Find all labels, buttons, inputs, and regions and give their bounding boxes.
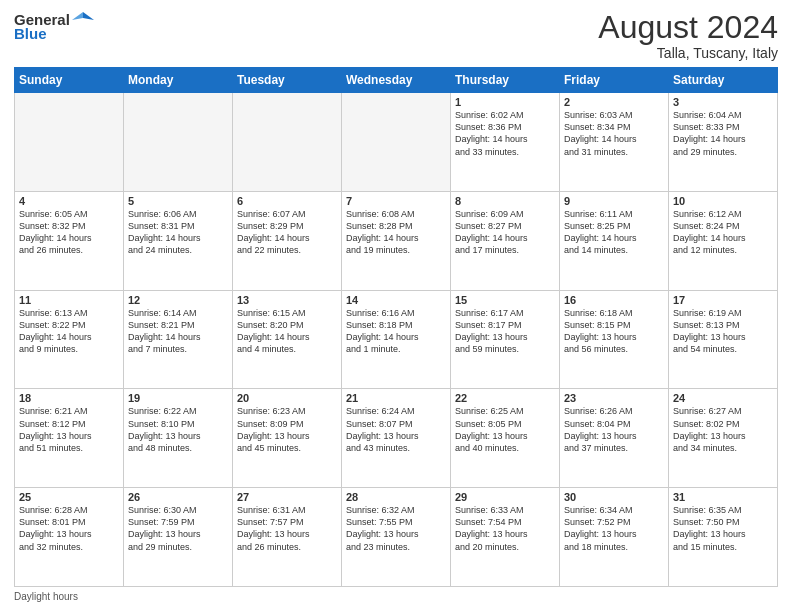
day-number: 11 <box>19 294 119 306</box>
page: General Blue August 2024 Talla, Tuscany,… <box>0 0 792 612</box>
day-number: 18 <box>19 392 119 404</box>
week-row-4: 18Sunrise: 6:21 AM Sunset: 8:12 PM Dayli… <box>15 389 778 488</box>
day-number: 24 <box>673 392 773 404</box>
day-info: Sunrise: 6:27 AM Sunset: 8:02 PM Dayligh… <box>673 405 773 454</box>
day-cell: 14Sunrise: 6:16 AM Sunset: 8:18 PM Dayli… <box>342 290 451 389</box>
day-number: 12 <box>128 294 228 306</box>
day-info: Sunrise: 6:05 AM Sunset: 8:32 PM Dayligh… <box>19 208 119 257</box>
day-cell: 12Sunrise: 6:14 AM Sunset: 8:21 PM Dayli… <box>124 290 233 389</box>
day-number: 20 <box>237 392 337 404</box>
day-number: 8 <box>455 195 555 207</box>
day-cell <box>233 93 342 192</box>
calendar-table: SundayMondayTuesdayWednesdayThursdayFrid… <box>14 67 778 587</box>
day-info: Sunrise: 6:34 AM Sunset: 7:52 PM Dayligh… <box>564 504 664 553</box>
daylight-label: Daylight hours <box>14 591 78 602</box>
day-number: 25 <box>19 491 119 503</box>
day-info: Sunrise: 6:06 AM Sunset: 8:31 PM Dayligh… <box>128 208 228 257</box>
day-number: 17 <box>673 294 773 306</box>
day-info: Sunrise: 6:35 AM Sunset: 7:50 PM Dayligh… <box>673 504 773 553</box>
day-number: 5 <box>128 195 228 207</box>
day-number: 14 <box>346 294 446 306</box>
day-cell: 2Sunrise: 6:03 AM Sunset: 8:34 PM Daylig… <box>560 93 669 192</box>
day-number: 29 <box>455 491 555 503</box>
day-cell: 5Sunrise: 6:06 AM Sunset: 8:31 PM Daylig… <box>124 191 233 290</box>
day-number: 13 <box>237 294 337 306</box>
day-cell: 22Sunrise: 6:25 AM Sunset: 8:05 PM Dayli… <box>451 389 560 488</box>
day-info: Sunrise: 6:18 AM Sunset: 8:15 PM Dayligh… <box>564 307 664 356</box>
day-number: 19 <box>128 392 228 404</box>
day-cell: 23Sunrise: 6:26 AM Sunset: 8:04 PM Dayli… <box>560 389 669 488</box>
day-info: Sunrise: 6:21 AM Sunset: 8:12 PM Dayligh… <box>19 405 119 454</box>
month-year: August 2024 <box>598 10 778 45</box>
day-info: Sunrise: 6:07 AM Sunset: 8:29 PM Dayligh… <box>237 208 337 257</box>
day-info: Sunrise: 6:26 AM Sunset: 8:04 PM Dayligh… <box>564 405 664 454</box>
col-header-tuesday: Tuesday <box>233 68 342 93</box>
day-cell: 27Sunrise: 6:31 AM Sunset: 7:57 PM Dayli… <box>233 488 342 587</box>
day-info: Sunrise: 6:09 AM Sunset: 8:27 PM Dayligh… <box>455 208 555 257</box>
col-header-friday: Friday <box>560 68 669 93</box>
day-cell: 9Sunrise: 6:11 AM Sunset: 8:25 PM Daylig… <box>560 191 669 290</box>
day-info: Sunrise: 6:22 AM Sunset: 8:10 PM Dayligh… <box>128 405 228 454</box>
day-info: Sunrise: 6:12 AM Sunset: 8:24 PM Dayligh… <box>673 208 773 257</box>
col-header-monday: Monday <box>124 68 233 93</box>
day-info: Sunrise: 6:31 AM Sunset: 7:57 PM Dayligh… <box>237 504 337 553</box>
footer-note: Daylight hours <box>14 591 778 602</box>
week-row-3: 11Sunrise: 6:13 AM Sunset: 8:22 PM Dayli… <box>15 290 778 389</box>
day-cell: 13Sunrise: 6:15 AM Sunset: 8:20 PM Dayli… <box>233 290 342 389</box>
day-info: Sunrise: 6:30 AM Sunset: 7:59 PM Dayligh… <box>128 504 228 553</box>
day-number: 31 <box>673 491 773 503</box>
logo: General Blue <box>14 10 94 41</box>
day-number: 23 <box>564 392 664 404</box>
day-number: 15 <box>455 294 555 306</box>
calendar-header-row: SundayMondayTuesdayWednesdayThursdayFrid… <box>15 68 778 93</box>
logo-bird-icon <box>72 10 94 28</box>
day-info: Sunrise: 6:02 AM Sunset: 8:36 PM Dayligh… <box>455 109 555 158</box>
day-info: Sunrise: 6:16 AM Sunset: 8:18 PM Dayligh… <box>346 307 446 356</box>
day-number: 16 <box>564 294 664 306</box>
day-cell: 26Sunrise: 6:30 AM Sunset: 7:59 PM Dayli… <box>124 488 233 587</box>
week-row-2: 4Sunrise: 6:05 AM Sunset: 8:32 PM Daylig… <box>15 191 778 290</box>
col-header-wednesday: Wednesday <box>342 68 451 93</box>
day-info: Sunrise: 6:03 AM Sunset: 8:34 PM Dayligh… <box>564 109 664 158</box>
day-cell <box>124 93 233 192</box>
day-cell: 24Sunrise: 6:27 AM Sunset: 8:02 PM Dayli… <box>669 389 778 488</box>
location: Talla, Tuscany, Italy <box>598 45 778 61</box>
day-number: 30 <box>564 491 664 503</box>
day-info: Sunrise: 6:28 AM Sunset: 8:01 PM Dayligh… <box>19 504 119 553</box>
day-cell: 19Sunrise: 6:22 AM Sunset: 8:10 PM Dayli… <box>124 389 233 488</box>
day-number: 1 <box>455 96 555 108</box>
day-info: Sunrise: 6:15 AM Sunset: 8:20 PM Dayligh… <box>237 307 337 356</box>
day-cell: 20Sunrise: 6:23 AM Sunset: 8:09 PM Dayli… <box>233 389 342 488</box>
day-cell: 28Sunrise: 6:32 AM Sunset: 7:55 PM Dayli… <box>342 488 451 587</box>
day-info: Sunrise: 6:17 AM Sunset: 8:17 PM Dayligh… <box>455 307 555 356</box>
day-cell: 6Sunrise: 6:07 AM Sunset: 8:29 PM Daylig… <box>233 191 342 290</box>
day-cell: 4Sunrise: 6:05 AM Sunset: 8:32 PM Daylig… <box>15 191 124 290</box>
day-number: 2 <box>564 96 664 108</box>
day-info: Sunrise: 6:11 AM Sunset: 8:25 PM Dayligh… <box>564 208 664 257</box>
day-info: Sunrise: 6:33 AM Sunset: 7:54 PM Dayligh… <box>455 504 555 553</box>
day-number: 7 <box>346 195 446 207</box>
day-cell: 8Sunrise: 6:09 AM Sunset: 8:27 PM Daylig… <box>451 191 560 290</box>
col-header-sunday: Sunday <box>15 68 124 93</box>
day-cell: 21Sunrise: 6:24 AM Sunset: 8:07 PM Dayli… <box>342 389 451 488</box>
day-cell <box>342 93 451 192</box>
day-cell: 18Sunrise: 6:21 AM Sunset: 8:12 PM Dayli… <box>15 389 124 488</box>
title-block: August 2024 Talla, Tuscany, Italy <box>598 10 778 61</box>
week-row-5: 25Sunrise: 6:28 AM Sunset: 8:01 PM Dayli… <box>15 488 778 587</box>
day-cell: 29Sunrise: 6:33 AM Sunset: 7:54 PM Dayli… <box>451 488 560 587</box>
day-number: 3 <box>673 96 773 108</box>
logo-blue: Blue <box>14 26 47 41</box>
day-number: 21 <box>346 392 446 404</box>
day-number: 9 <box>564 195 664 207</box>
svg-marker-1 <box>72 12 83 20</box>
col-header-thursday: Thursday <box>451 68 560 93</box>
day-number: 27 <box>237 491 337 503</box>
day-info: Sunrise: 6:25 AM Sunset: 8:05 PM Dayligh… <box>455 405 555 454</box>
day-number: 10 <box>673 195 773 207</box>
day-info: Sunrise: 6:13 AM Sunset: 8:22 PM Dayligh… <box>19 307 119 356</box>
day-info: Sunrise: 6:32 AM Sunset: 7:55 PM Dayligh… <box>346 504 446 553</box>
day-info: Sunrise: 6:08 AM Sunset: 8:28 PM Dayligh… <box>346 208 446 257</box>
day-cell <box>15 93 124 192</box>
day-info: Sunrise: 6:14 AM Sunset: 8:21 PM Dayligh… <box>128 307 228 356</box>
day-cell: 30Sunrise: 6:34 AM Sunset: 7:52 PM Dayli… <box>560 488 669 587</box>
